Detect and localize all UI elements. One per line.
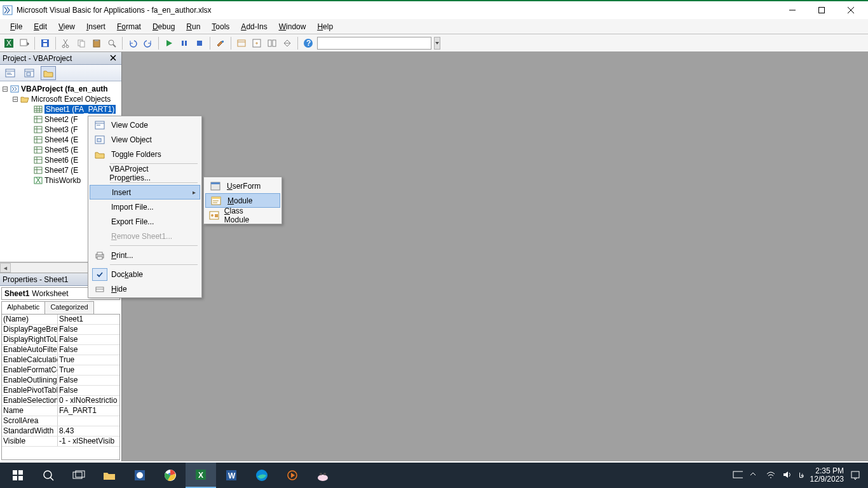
property-row[interactable]: (Name)Sheet1 <box>2 315 119 325</box>
menu-insert[interactable]: Insert <box>81 21 111 32</box>
property-row[interactable]: NameFA_PART1 <box>2 406 119 416</box>
language-indicator[interactable]: فا <box>799 471 804 480</box>
ctx-dockable[interactable]: Dockable <box>90 267 200 281</box>
submenu-userform[interactable]: UserForm <box>205 179 280 193</box>
property-row[interactable]: EnableCalculationTrue <box>2 355 119 365</box>
redo-icon[interactable] <box>142 37 154 50</box>
property-row[interactable]: EnableFormatConTrue <box>2 365 119 376</box>
property-row[interactable]: StandardWidth8.43 <box>2 426 119 437</box>
svg-rect-52 <box>34 137 42 143</box>
menu-view[interactable]: View <box>53 21 80 32</box>
properties-window-icon[interactable] <box>250 37 263 50</box>
tab-categorized[interactable]: Categorized <box>44 301 93 314</box>
app-taskbar-icon-2[interactable] <box>308 463 338 488</box>
media-player-icon[interactable] <box>277 463 308 488</box>
wifi-icon[interactable] <box>766 470 776 480</box>
app-taskbar-icon-1[interactable] <box>125 463 155 488</box>
tree-item-sheet6[interactable]: Sheet6 (E <box>44 156 78 165</box>
property-row[interactable]: ScrollArea <box>2 416 119 426</box>
save-icon[interactable] <box>39 37 51 50</box>
dropdown-chevron-icon[interactable] <box>434 37 440 50</box>
property-row[interactable]: EnablePivotTableFalse <box>2 386 119 396</box>
menu-tools[interactable]: Tools <box>207 21 234 32</box>
titlebar: Microsoft Visual Basic for Applications … <box>0 0 868 19</box>
keyboard-icon[interactable] <box>733 470 743 480</box>
property-row[interactable]: Visible-1 - xlSheetVisib <box>2 437 119 447</box>
file-explorer-icon[interactable] <box>94 463 125 488</box>
tree-root-label[interactable]: VBAProject (fa_en_auth <box>21 85 108 93</box>
undo-icon[interactable] <box>126 37 139 50</box>
ctx-hide[interactable]: Hide <box>90 281 200 296</box>
menu-addins[interactable]: Add-Ins <box>236 21 272 32</box>
ctx-view-code[interactable]: View Code <box>90 118 200 132</box>
run-icon[interactable] <box>163 37 175 50</box>
ctx-toggle-folders[interactable]: Toggle Folders <box>90 147 200 161</box>
excel-icon[interactable]: X <box>3 37 15 50</box>
chrome-icon[interactable] <box>155 463 186 488</box>
copy-icon[interactable] <box>75 37 88 50</box>
help-icon[interactable]: ? <box>302 37 315 50</box>
design-mode-icon[interactable] <box>214 37 227 50</box>
menu-format[interactable]: Format <box>112 21 146 32</box>
ctx-vbaproject-properties[interactable]: VBAProject Properties... <box>90 166 200 180</box>
ctx-print[interactable]: Print... <box>90 248 200 262</box>
menu-run[interactable]: Run <box>181 21 205 32</box>
search-button[interactable] <box>33 463 64 488</box>
menu-debug[interactable]: Debug <box>147 21 180 32</box>
clock[interactable]: 2:35 PM 12/9/2023 <box>810 467 844 484</box>
reset-icon[interactable] <box>193 37 206 50</box>
view-code-icon[interactable] <box>3 66 18 80</box>
cut-icon[interactable] <box>60 37 72 50</box>
project-panel-close-icon[interactable] <box>109 53 119 64</box>
object-browser-icon[interactable] <box>266 37 278 50</box>
menu-file[interactable]: File <box>5 21 27 32</box>
find-icon[interactable] <box>105 37 118 50</box>
property-row[interactable]: EnableOutliningFalse <box>2 376 119 386</box>
tab-alphabetic[interactable]: Alphabetic <box>1 301 45 314</box>
ctx-import-file[interactable]: Import File... <box>90 200 200 214</box>
project-explorer-icon[interactable] <box>235 37 248 50</box>
word-taskbar-icon[interactable]: W <box>216 463 247 488</box>
notifications-icon[interactable] <box>850 470 860 480</box>
menu-help[interactable]: Help <box>312 21 338 32</box>
menu-edit[interactable]: Edit <box>29 21 52 32</box>
tree-item-thisworkbook[interactable]: ThisWorkb <box>44 176 81 185</box>
edge-taskbar-icon[interactable] <box>247 463 277 488</box>
tree-item-sheet2[interactable]: Sheet2 (F <box>44 115 78 124</box>
insert-dropdown-icon[interactable] <box>18 37 31 50</box>
tree-item-sheet5[interactable]: Sheet5 (E <box>44 146 78 154</box>
property-row[interactable]: DisplayPageBreakFalse <box>2 325 119 335</box>
property-row[interactable]: EnableAutoFilterFalse <box>2 345 119 355</box>
ctx-insert[interactable]: Insert <box>90 185 200 200</box>
excel-taskbar-icon[interactable]: X <box>186 463 216 488</box>
property-row[interactable]: EnableSelection0 - xlNoRestrictio <box>2 396 119 406</box>
paste-icon[interactable] <box>90 37 103 50</box>
toolbox-icon[interactable] <box>281 37 294 50</box>
help-search-input[interactable] <box>317 37 431 50</box>
tree-folder-label[interactable]: Microsoft Excel Objects <box>31 95 111 104</box>
minimize-button[interactable] <box>778 1 807 19</box>
svg-point-17 <box>109 40 114 45</box>
tree-item-sheet1[interactable]: Sheet1 (FA_PART1) <box>44 105 116 114</box>
tree-item-sheet3[interactable]: Sheet3 (F <box>44 125 78 134</box>
taskview-button[interactable] <box>64 463 94 488</box>
break-icon[interactable] <box>178 37 191 50</box>
toggle-folders-icon[interactable] <box>41 66 56 80</box>
submenu-class-module[interactable]: Class Module <box>205 208 280 222</box>
tree-item-sheet7[interactable]: Sheet7 (E <box>44 166 78 175</box>
close-button[interactable] <box>836 1 865 19</box>
volume-icon[interactable] <box>782 470 792 480</box>
svg-rect-27 <box>273 40 276 46</box>
start-button[interactable] <box>3 463 33 488</box>
menu-window[interactable]: Window <box>274 21 311 32</box>
tree-item-sheet4[interactable]: Sheet4 (E <box>44 135 78 144</box>
chevron-up-icon[interactable] <box>749 470 759 480</box>
svg-rect-61 <box>34 167 42 173</box>
property-row[interactable]: DisplayRightToLefFalse <box>2 335 119 345</box>
maximize-button[interactable] <box>807 1 836 19</box>
properties-grid[interactable]: (Name)Sheet1DisplayPageBreakFalseDisplay… <box>1 314 120 460</box>
ctx-view-object[interactable]: View Object <box>90 132 200 147</box>
toolbar: X ? <box>0 34 868 52</box>
ctx-export-file[interactable]: Export File... <box>90 214 200 229</box>
view-object-icon[interactable] <box>22 66 37 80</box>
